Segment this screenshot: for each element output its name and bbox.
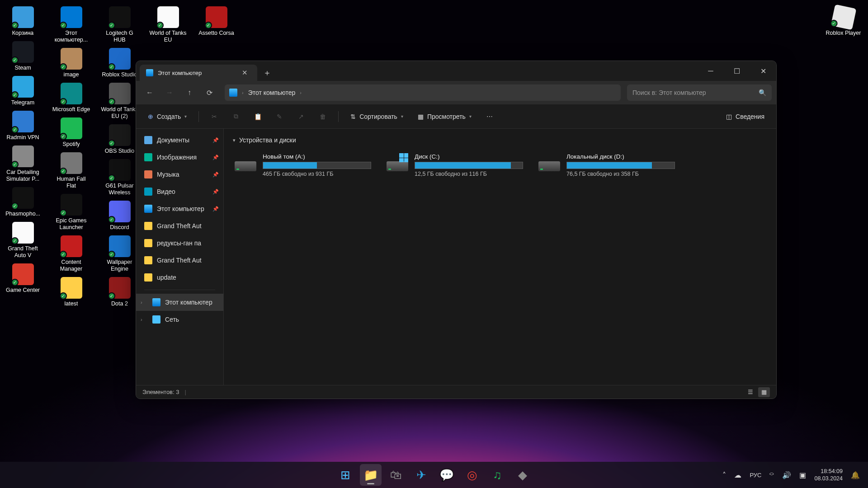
wifi-icon[interactable]: ⌔ [769,471,774,479]
desktop-icon[interactable]: ✓Human Fall Flat [52,151,90,189]
taskbar-start[interactable]: ⊞ [335,464,356,486]
explorer-window: Этот компьютер ✕ ＋ ─ ☐ ✕ ← → ↑ ⟳ › Этот … [136,61,777,399]
create-button[interactable]: ⊕ Создать ▾ [142,108,192,125]
onedrive-icon[interactable]: ☁ [734,471,741,479]
drive-item[interactable]: Диск (C:) 12,5 ГБ свободно из 116 ГБ [385,151,525,179]
search-input[interactable] [632,89,755,96]
forward-button: → [160,84,179,102]
volume-icon[interactable]: 🔊 [782,471,791,479]
desktop-icon[interactable]: ✓latest [52,276,90,307]
desktop-icon[interactable]: ✓Roblox Studio [100,47,139,78]
sidebar-item[interactable]: Видео📌 [136,183,223,200]
up-button[interactable]: ↑ [180,84,198,102]
tray-chevron-icon[interactable]: ˄ [722,471,726,479]
sidebar-item[interactable]: Grand Theft Aut [136,252,223,269]
view-button[interactable]: ▦ Просмотреть ▾ [412,108,477,125]
taskbar-discord[interactable]: 💬 [436,464,458,486]
taskbar-store[interactable]: 🛍 [385,464,407,486]
chevron-right-icon[interactable]: › [300,90,302,95]
desktop-icon[interactable]: ✓Grand Theft Auto V [4,221,42,259]
desktop-icon[interactable]: ✓Roblox Player [824,5,863,37]
desktop-icon[interactable]: ✓Epic Games Launcher [52,193,90,231]
desktop-icon[interactable]: ✓Assetto Corsa [197,5,236,37]
folder-icon [144,188,152,196]
desktop-icon[interactable]: ✓Wallpaper Engine [100,235,139,272]
sidebar-item[interactable]: Изображения📌 [136,149,223,166]
sidebar-item[interactable]: Документы📌 [136,131,223,149]
sidebar-tree-item[interactable]: ›Сеть [136,311,223,328]
desktop-icon[interactable]: ✓Steam [4,40,42,71]
folder-icon [144,256,152,264]
battery-icon[interactable]: ▣ [799,471,806,479]
details-pane-button[interactable]: ◫ Сведения [721,108,770,125]
sidebar-item[interactable]: Этот компьютер📌 [136,200,223,217]
group-header-drives[interactable]: ▾ Устройства и диски [233,133,767,147]
taskbar-telegram[interactable]: ✈ [410,464,432,486]
new-tab-button[interactable]: ＋ [257,65,277,81]
desktop-icon[interactable]: ✓Telegram [4,75,42,106]
chevron-down-icon: ▾ [184,114,187,119]
desktop-icon[interactable]: ✓Spotify [52,117,90,148]
tree-icon [152,298,160,306]
chevron-down-icon: ▾ [469,114,472,119]
desktop-icon[interactable]: ✓Logitech G HUB [100,5,139,43]
sort-button[interactable]: ⇅ Сортировать ▾ [345,108,409,125]
desktop-icon[interactable]: ✓Dota 2 [100,276,139,307]
sidebar-item[interactable]: редуксы-ган па [136,235,223,252]
chevron-right-icon[interactable]: › [141,300,148,305]
refresh-button[interactable]: ⟳ [200,84,218,102]
taskbar-chrome[interactable]: ◎ [461,464,483,486]
sidebar-tree-item[interactable]: ›Этот компьютер [136,294,223,311]
details-pane-icon: ◫ [726,113,732,120]
pin-icon: 📌 [212,137,219,143]
paste-button: 📋 [249,108,267,125]
desktop-icon[interactable]: ✓Корзина [4,5,42,37]
maximize-button[interactable]: ☐ [724,61,750,81]
desktop-icon[interactable]: ✓Phasmopho... [4,186,42,217]
desktop-icon[interactable]: ✓Этот компьютер... [52,5,90,43]
pin-icon: 📌 [212,172,219,178]
titlebar: Этот компьютер ✕ ＋ ─ ☐ ✕ [136,61,776,81]
taskbar-spotify[interactable]: ♫ [486,464,508,486]
search-box[interactable]: 🔍 [627,84,772,101]
clock[interactable]: 18:54:09 08.03.2024 [814,468,843,482]
desktop-icon[interactable]: ✓Radmin VPN [4,110,42,141]
status-bar: Элементов: 3 | ☰ ▦ [136,385,776,399]
sidebar-item[interactable]: Музыка📌 [136,166,223,183]
content-pane: ▾ Устройства и диски Новый том (A:) 465 … [224,129,776,385]
breadcrumb[interactable]: › Этот компьютер › [225,84,621,101]
desktop-icon[interactable]: ✓image [52,47,90,78]
chevron-right-icon[interactable]: › [141,317,148,322]
taskbar-app[interactable]: ◆ [512,464,533,486]
view-tiles-button[interactable]: ▦ [758,387,770,397]
drive-item[interactable]: Локальный диск (D:) 76,5 ГБ свободно из … [537,151,677,179]
chevron-right-icon: › [242,90,244,95]
tab-close-icon[interactable]: ✕ [238,66,251,79]
desktop-icon[interactable]: ✓World of Tanks EU [149,5,187,43]
tab-this-pc[interactable]: Этот компьютер ✕ [140,65,257,81]
tab-label: Этот компьютер [158,70,202,76]
breadcrumb-label: Этот компьютер [248,89,296,96]
drive-item[interactable]: Новый том (A:) 465 ГБ свободно из 931 ГБ [233,151,373,179]
back-button[interactable]: ← [141,84,159,102]
notifications-icon[interactable]: 🔔 [851,471,860,479]
desktop-icon[interactable]: ✓Game Center [4,263,42,294]
desktop-icon[interactable]: ✓World of Tanks EU (2) [100,82,139,120]
desktop-icon[interactable]: ✓Discord [100,200,139,231]
desktop-icon[interactable]: ✓Microsoft Edge [52,82,90,113]
folder-icon [144,136,152,144]
folder-icon [144,273,152,282]
sidebar-item[interactable]: update [136,269,223,286]
sidebar-item[interactable]: Grand Theft Aut [136,217,223,235]
taskbar-explorer[interactable]: 📁 [360,464,382,486]
desktop-icon[interactable]: ✓Content Manager [52,235,90,272]
view-list-button[interactable]: ☰ [745,387,756,397]
desktop-icon[interactable]: ✓OBS Studio [100,123,139,155]
close-button[interactable]: ✕ [750,61,776,81]
search-icon[interactable]: 🔍 [759,89,766,96]
desktop-icon[interactable]: ✓Car Detailing Simulator P... [4,145,42,183]
language-indicator[interactable]: РУС [750,472,761,479]
minimize-button[interactable]: ─ [698,61,724,81]
desktop-icon[interactable]: ✓G61 Pulsar Wireless [100,158,139,196]
more-button[interactable]: ⋯ [481,108,499,125]
